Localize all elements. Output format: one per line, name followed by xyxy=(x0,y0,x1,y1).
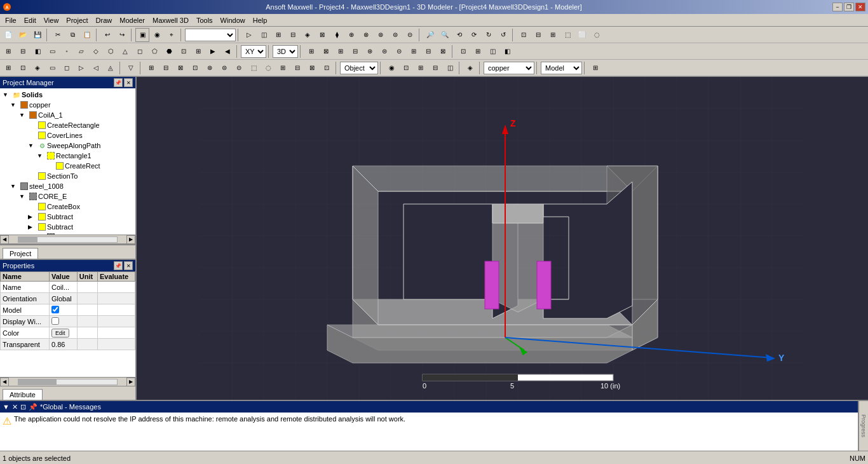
menu-window[interactable]: Window xyxy=(217,16,249,25)
tb-btn-h5[interactable]: ◻ xyxy=(60,61,74,75)
tree-coree[interactable]: ▼ CORE_E xyxy=(1,191,134,201)
tb-paste[interactable]: 📋 xyxy=(80,28,94,42)
tb-btn-e4[interactable]: ▭ xyxy=(45,44,59,58)
color-edit-button[interactable]: Edit xyxy=(51,329,69,338)
tb-btn-f9[interactable]: ⊟ xyxy=(421,44,435,58)
tb-btn-g2[interactable]: ⊞ xyxy=(471,44,485,58)
tb-btn-j2[interactable]: ⊡ xyxy=(399,61,413,75)
dropdown-filter[interactable] xyxy=(185,29,236,41)
restore-button[interactable]: ❐ xyxy=(844,3,854,11)
tb-btn-i11[interactable]: ⊟ xyxy=(290,61,304,75)
tb-btn-e16[interactable]: ◀ xyxy=(220,44,234,58)
tb-btn-c2[interactable]: 🔍 xyxy=(438,28,452,42)
prop-orient-value[interactable]: Global xyxy=(50,293,78,304)
tree-createbox[interactable]: ▷ CreateBox xyxy=(1,201,134,212)
tb-btn-d4[interactable]: ⬚ xyxy=(560,28,574,42)
tb-btn-f10[interactable]: ⊠ xyxy=(436,44,450,58)
tb-btn-e5[interactable]: ◦ xyxy=(60,44,74,58)
tb-btn-e7[interactable]: ◇ xyxy=(89,44,103,58)
tb-btn-d3[interactable]: ⊞ xyxy=(546,28,560,42)
tree-sweepalongpath[interactable]: ▼ ⚙ SweepAlongPath xyxy=(1,140,134,151)
tb-btn-e14[interactable]: ⊞ xyxy=(191,44,205,58)
tree-solids[interactable]: ▼ 📁 Solids xyxy=(1,90,134,100)
tb-btn-f4[interactable]: ⊟ xyxy=(348,44,362,58)
menu-edit[interactable]: Edit xyxy=(20,16,40,25)
tb-btn-f6[interactable]: ⊜ xyxy=(377,44,391,58)
tree-subtract2[interactable]: ▶ Subtract xyxy=(1,222,134,232)
tree-steel1008[interactable]: ▼ steel_1008 xyxy=(1,181,134,191)
tb-btn-b11[interactable]: ⊜ xyxy=(388,28,402,42)
tb-btn-f3[interactable]: ⊞ xyxy=(334,44,348,58)
props-scroll-right[interactable]: ▶ xyxy=(126,378,135,386)
tb-btn-i6[interactable]: ⊜ xyxy=(217,61,231,75)
tb-filter-icon[interactable]: ▽ xyxy=(124,61,138,75)
tb-btn-b6[interactable]: ⊠ xyxy=(315,28,329,42)
tb-btn-i10[interactable]: ⊞ xyxy=(276,61,290,75)
menu-help[interactable]: Help xyxy=(249,16,271,25)
copper-toggle[interactable]: ▼ xyxy=(10,102,19,108)
coila1-toggle[interactable]: ▼ xyxy=(19,112,28,118)
tb-save[interactable]: 💾 xyxy=(31,28,44,42)
dropdown-mode[interactable]: Model xyxy=(541,62,582,74)
tb-btn-g4[interactable]: ◧ xyxy=(500,44,514,58)
menu-project[interactable]: Project xyxy=(62,16,92,25)
menu-maxwell3d[interactable]: Maxwell 3D xyxy=(149,16,193,25)
tb-btn-c6[interactable]: ↺ xyxy=(496,28,510,42)
tb-btn-c1[interactable]: 🔎 xyxy=(423,28,437,42)
prop-name-value[interactable]: Coil... xyxy=(50,282,78,293)
model-checkbox[interactable] xyxy=(51,306,59,313)
sap-toggle[interactable]: ▼ xyxy=(28,142,37,149)
tb-btn-b7[interactable]: ⧫ xyxy=(330,28,344,42)
tb-cut[interactable]: ✂ xyxy=(51,28,65,42)
pm-pin-button[interactable]: 📌 xyxy=(114,78,123,87)
tb-btn-h3[interactable]: ◈ xyxy=(31,61,44,75)
tb-btn-b10[interactable]: ⊛ xyxy=(374,28,388,42)
dropdown-object[interactable]: Object xyxy=(340,62,378,74)
tb-btn-j3[interactable]: ⊞ xyxy=(414,61,428,75)
prop-display-value[interactable] xyxy=(50,316,78,327)
tb-btn-c5[interactable]: ↻ xyxy=(482,28,496,42)
pm-close-button[interactable]: ✕ xyxy=(124,78,133,87)
tb-btn-i5[interactable]: ⊛ xyxy=(203,61,217,75)
scroll-left-btn[interactable]: ◀ xyxy=(0,235,9,244)
tb-btn-e1[interactable]: ⊞ xyxy=(1,44,15,58)
tb-btn-i1[interactable]: ⊞ xyxy=(144,61,158,75)
tree-sectionto[interactable]: ▷ SectionTo xyxy=(1,171,134,181)
tb-btn-d5[interactable]: ⬜ xyxy=(575,28,589,42)
tb-btn-j4[interactable]: ⊟ xyxy=(428,61,442,75)
tb-btn-c4[interactable]: ⟳ xyxy=(467,28,481,42)
tb-btn-h7[interactable]: ◁ xyxy=(89,61,103,75)
prop-model-value[interactable] xyxy=(50,304,78,316)
tb-btn-l1[interactable]: ⊞ xyxy=(588,61,602,75)
tb-btn-e13[interactable]: ⊡ xyxy=(177,44,191,58)
tb-btn-b8[interactable]: ⊕ xyxy=(344,28,358,42)
tb-btn-e12[interactable]: ⬣ xyxy=(162,44,176,58)
tb-btn-h2[interactable]: ⊡ xyxy=(16,61,30,75)
props-close-button[interactable]: ✕ xyxy=(124,261,133,270)
scroll-right-btn[interactable]: ▶ xyxy=(126,235,135,244)
tb-btn-i12[interactable]: ⊠ xyxy=(305,61,319,75)
props-pin-button[interactable]: 📌 xyxy=(114,261,123,270)
tb-btn-e2[interactable]: ⊟ xyxy=(16,44,30,58)
coree-toggle[interactable]: ▼ xyxy=(19,193,28,200)
sub2-toggle[interactable]: ▶ xyxy=(28,224,37,230)
tb-btn-b1[interactable]: ▷ xyxy=(242,28,256,42)
props-scroll-track[interactable] xyxy=(18,379,118,385)
tb-btn-i7[interactable]: ⊝ xyxy=(232,61,246,75)
tree-copper[interactable]: ▼ copper xyxy=(1,100,134,110)
tab-project[interactable]: Project xyxy=(3,248,38,259)
tb-btn-e3[interactable]: ◧ xyxy=(31,44,44,58)
tb-btn-b9[interactable]: ⊗ xyxy=(359,28,373,42)
tb-btn-h8[interactable]: ◬ xyxy=(104,61,118,75)
props-scrollbar[interactable]: ◀ ▶ xyxy=(0,377,135,386)
tb-btn-f1[interactable]: ⊞ xyxy=(304,44,318,58)
tb-open[interactable]: 📂 xyxy=(16,28,30,42)
tb-btn-b3[interactable]: ⊞ xyxy=(271,28,285,42)
tb-btn-c3[interactable]: ⟲ xyxy=(452,28,466,42)
tree-createrectangle[interactable]: ▷ CreateRectangle xyxy=(1,120,134,130)
s1008-toggle[interactable]: ▼ xyxy=(10,183,19,189)
tb-btn-i13[interactable]: ⊡ xyxy=(320,61,334,75)
tb-btn-i2[interactable]: ⊟ xyxy=(159,61,173,75)
minimize-button[interactable]: − xyxy=(832,3,843,11)
tb-btn-i8[interactable]: ⬚ xyxy=(247,61,261,75)
